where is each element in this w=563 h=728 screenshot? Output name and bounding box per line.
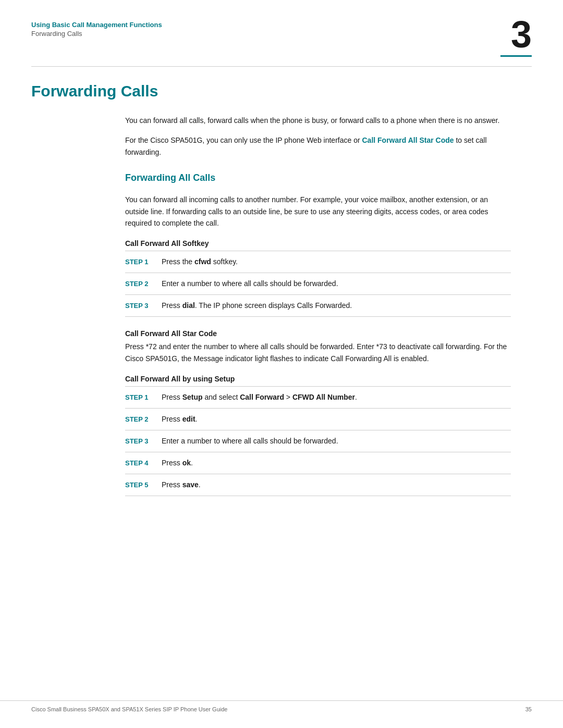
footer-page-number: 35 [525, 706, 532, 712]
softkey-step-1: STEP 1 Press the cfwd softkey. [125, 251, 511, 273]
setup-step-5-text: Press save. [162, 479, 201, 490]
setup-step-2-text: Press edit. [162, 414, 197, 425]
setup-step-4: STEP 4 Press ok. [125, 452, 511, 474]
footer-text: Cisco Small Business SPA50X and SPA51X S… [31, 706, 227, 712]
subsection1-heading: Call Forward All Softkey [125, 239, 511, 248]
page-footer: Cisco Small Business SPA50X and SPA51X S… [0, 700, 563, 712]
section1-paragraph: You can forward all incoming calls to an… [125, 194, 511, 229]
dial-bold: dial [182, 301, 195, 310]
setup-step-label-3: STEP 3 [125, 437, 162, 445]
chapter-number-box: 3 [500, 21, 532, 57]
step-label-3: STEP 3 [125, 302, 162, 310]
page-header: Using Basic Call Management Functions Fo… [0, 0, 563, 57]
setup-step-label-2: STEP 2 [125, 415, 162, 423]
section-heading-forwarding-all-calls: Forwarding All Calls [125, 172, 511, 183]
intro-paragraph-1: You can forward all calls, forward calls… [125, 115, 511, 126]
setup-step-3: STEP 3 Enter a number to where all calls… [125, 430, 511, 452]
setup-step-2: STEP 2 Press edit. [125, 409, 511, 430]
setup-step-3-text: Enter a number to where all calls should… [162, 436, 338, 447]
chapter-title-link[interactable]: Using Basic Call Management Functions [31, 21, 162, 29]
setup-step-label-1: STEP 1 [125, 393, 162, 401]
content-block: You can forward all calls, forward calls… [125, 115, 511, 496]
setup-step-1-text: Press Setup and select Call Forward > CF… [162, 392, 357, 403]
setup-step-5: STEP 5 Press save. [125, 474, 511, 496]
ok-bold: ok [182, 459, 191, 467]
chapter-number-underline [500, 55, 532, 57]
setup-step-4-text: Press ok. [162, 458, 193, 468]
subsection2-heading: Call Forward All Star Code [125, 329, 511, 338]
main-content: Forwarding Calls You can forward all cal… [0, 67, 563, 496]
page-title: Forwarding Calls [31, 82, 532, 100]
softkey-step-3-text: Press dial. The IP phone screen displays… [162, 300, 352, 311]
chapter-subtitle: Forwarding Calls [31, 30, 162, 38]
step-label-2: STEP 2 [125, 280, 162, 288]
setup-step-label-4: STEP 4 [125, 459, 162, 467]
softkey-step-1-text: Press the cfwd softkey. [162, 256, 238, 267]
step-label-1: STEP 1 [125, 258, 162, 266]
cfwd-bold: cfwd [194, 257, 211, 266]
subsection3-heading: Call Forward All by using Setup [125, 375, 511, 383]
subsection2-paragraph: Press *72 and enter the number to where … [125, 341, 511, 364]
edit-bold: edit [182, 415, 195, 423]
softkey-step-2: STEP 2 Enter a number to where all calls… [125, 273, 511, 295]
cfwd-all-number-bold: CFWD All Number [292, 393, 355, 401]
breadcrumb-section: Using Basic Call Management Functions Fo… [31, 21, 162, 38]
call-forward-bold: Call Forward [240, 393, 284, 401]
softkey-step-2-text: Enter a number to where all calls should… [162, 278, 338, 289]
call-forward-link[interactable]: Call Forward All Star Code [362, 136, 454, 144]
save-bold: save [182, 480, 199, 489]
setup-step-1: STEP 1 Press Setup and select Call Forwa… [125, 387, 511, 409]
setup-bold: Setup [182, 393, 203, 401]
softkey-steps-container: STEP 1 Press the cfwd softkey. STEP 2 En… [125, 251, 511, 317]
intro-paragraph-2: For the Cisco SPA501G, you can only use … [125, 134, 511, 158]
softkey-step-3: STEP 3 Press dial. The IP phone screen d… [125, 295, 511, 317]
setup-step-label-5: STEP 5 [125, 481, 162, 489]
intro-p2-prefix: For the Cisco SPA501G, you can only use … [125, 136, 362, 144]
chapter-number: 3 [511, 16, 532, 53]
page-wrapper: Using Basic Call Management Functions Fo… [0, 0, 563, 728]
setup-steps-container: STEP 1 Press Setup and select Call Forwa… [125, 386, 511, 496]
